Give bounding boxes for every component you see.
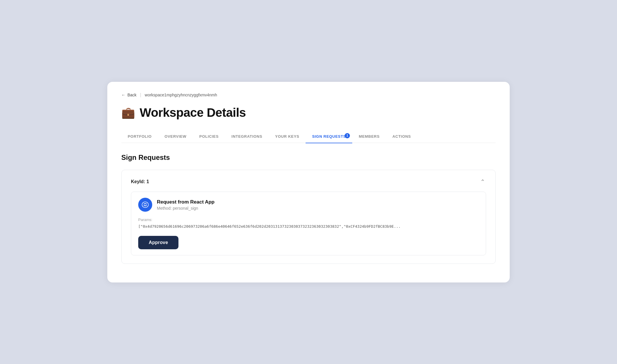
breadcrumb-separator: |	[140, 92, 141, 98]
page-title-row: 💼 Workspace Details	[121, 106, 496, 120]
request-item-0-0: Request from React AppMethod: personal_s…	[131, 192, 486, 255]
request-method-0-0: Method: personal_sign	[157, 206, 215, 211]
tab-sign-requests[interactable]: SIGN REQUESTS1	[306, 130, 352, 143]
request-name-0-0: Request from React App	[157, 199, 215, 205]
tab-policies[interactable]: POLICIES	[193, 130, 225, 143]
main-card: ← Back | workspace1mphgzyhncnzyggfxmv4nm…	[107, 82, 510, 282]
breadcrumb-workspace-id: workspace1mphgzyhncnzyggfxmv4nmh	[145, 93, 217, 97]
request-avatar-0-0	[138, 198, 152, 212]
request-header-0-0: Request from React AppMethod: personal_s…	[138, 198, 479, 212]
tab-members[interactable]: MEMBERS	[352, 130, 386, 143]
sign-request-card-0: KeyId: 1⌃ Request from React AppMethod: …	[121, 170, 496, 264]
request-info-0-0: Request from React AppMethod: personal_s…	[157, 199, 215, 211]
tab-your-keys[interactable]: YOUR KEYS	[269, 130, 306, 143]
approve-button-0-0[interactable]: Approve	[138, 236, 178, 249]
breadcrumb: ← Back | workspace1mphgzyhncnzyggfxmv4nm…	[121, 92, 496, 98]
section-title: Sign Requests	[121, 153, 496, 162]
tab-integrations[interactable]: INTEGRATIONS	[225, 130, 269, 143]
tabs-bar: PORTFOLIOOVERVIEWPOLICIESINTEGRATIONSYOU…	[121, 130, 496, 143]
params-value-0-0: ["0x4d7920656d61696c206973206a6f686e4064…	[138, 224, 479, 229]
back-arrow-icon: ←	[121, 93, 125, 97]
sign-request-header-0[interactable]: KeyId: 1⌃	[131, 178, 486, 185]
key-id-label-0: KeyId: 1	[131, 179, 149, 184]
page-title: Workspace Details	[140, 106, 246, 120]
params-label-0-0: Params:	[138, 218, 479, 222]
tab-overview[interactable]: OVERVIEW	[158, 130, 193, 143]
tab-portfolio[interactable]: PORTFOLIO	[121, 130, 158, 143]
sign-requests-section: Sign Requests KeyId: 1⌃ Request from Rea…	[121, 153, 496, 264]
chevron-up-icon-0: ⌃	[479, 178, 486, 185]
back-label: Back	[127, 93, 136, 97]
tab-actions[interactable]: ACTIONS	[386, 130, 417, 143]
workspace-icon: 💼	[121, 107, 135, 118]
back-link[interactable]: ← Back	[121, 93, 136, 97]
tab-badge-sign-requests: 1	[345, 133, 350, 138]
